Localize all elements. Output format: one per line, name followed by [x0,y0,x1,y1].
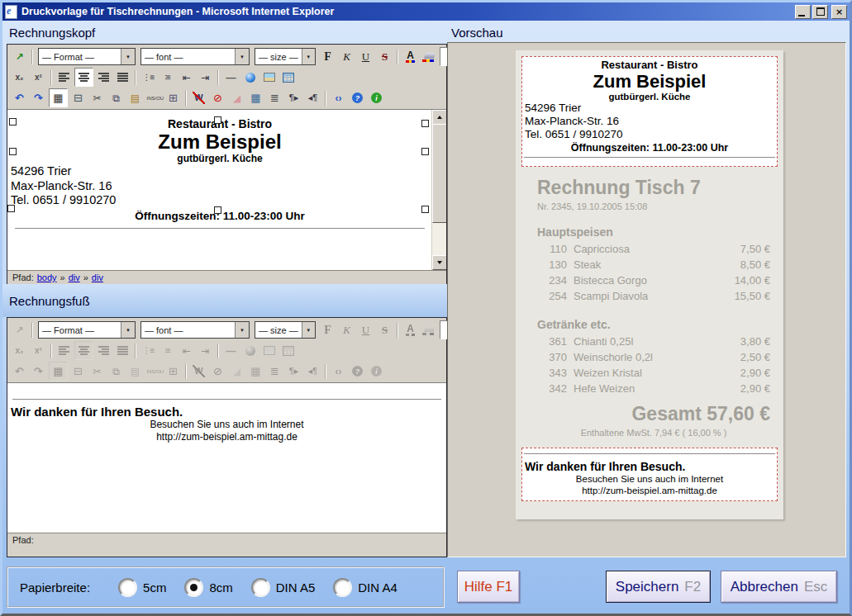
chevron-down-icon[interactable]: ▼ [121,49,135,64]
path-link-div[interactable]: div [69,272,80,282]
chevron-down-icon[interactable]: ▼ [235,322,249,338]
paragraph-ltr-icon[interactable]: ¶▸ [285,89,302,107]
subscript-icon[interactable]: x₂ [11,342,28,359]
paper-width-option-8cm[interactable]: 8cm [184,578,232,597]
cut-icon[interactable]: ✂ [88,89,106,107]
strikethrough-icon[interactable]: S [376,321,393,339]
align-center-icon[interactable] [74,341,93,360]
print-icon[interactable]: ⊟ [69,89,87,107]
paragraph-rtl-icon[interactable]: ◂¶ [304,362,321,380]
save-button[interactable]: Speichern F2 [606,571,711,603]
numbered-list-icon[interactable]: ⋮≡ [140,69,157,86]
header-edit-area[interactable]: Restaurant - Bistro Zum Beispiel gutbürg… [7,109,446,270]
minimize-button[interactable] [795,5,811,19]
cut-icon[interactable]: ✂ [88,362,106,380]
help-button[interactable]: Hilfe F1 [457,571,520,603]
align-right-icon[interactable] [95,69,112,86]
selection-handle[interactable] [9,118,17,126]
selection-handle[interactable] [9,148,17,155]
maximize-editor-icon[interactable]: ↗ [11,48,28,65]
scroll-up-icon[interactable] [432,110,446,125]
paper-width-option-din-a5[interactable]: DIN A5 [251,578,316,597]
insert-table-icon[interactable] [279,69,297,86]
row-split-icon[interactable]: ≣ [266,362,283,380]
scrollbar-thumb[interactable] [432,124,446,223]
remove-font-formatting-icon[interactable]: ⊘ [209,89,226,107]
table-edit-icon[interactable]: ▦ [247,89,264,107]
paper-width-option-5cm[interactable]: 5cm [118,578,166,597]
indent-icon[interactable]: ⇥ [197,342,214,359]
size-dropdown[interactable]: — size —▼ [255,48,316,65]
selection-handle[interactable] [421,120,429,127]
remove-word-formatting-icon[interactable]: W [190,89,207,107]
cancel-button[interactable]: Abbrechen Esc [721,571,837,603]
text-color-icon[interactable]: A [402,321,419,339]
bullet-list-icon[interactable]: ∶≡ [159,342,176,359]
undo-icon[interactable]: ↶ [11,89,28,107]
underline-icon[interactable]: U [357,321,374,339]
insert-image-icon[interactable] [260,342,278,359]
source-view-icon[interactable]: ‹› [330,89,347,107]
align-justify-icon[interactable] [114,69,131,86]
insert-overwrite-icon[interactable]: INS/OU [145,362,163,380]
show-borders-icon[interactable]: ▦ [49,88,68,107]
radio-icon[interactable] [184,578,203,597]
editor-scrollbar[interactable] [431,110,446,270]
paragraph-rtl-icon[interactable]: ◂¶ [304,89,321,107]
outdent-icon[interactable]: ⇤ [178,342,195,359]
selection-handle[interactable] [421,148,429,155]
strikethrough-icon[interactable]: S [376,48,393,65]
superscript-icon[interactable]: x² [30,342,47,359]
redo-icon[interactable]: ↷ [30,362,47,380]
title-bar[interactable]: Druckvorlage für Tischrechnungen - Micro… [2,2,850,21]
chevron-down-icon[interactable]: ▼ [235,49,249,64]
print-icon[interactable]: ⊟ [69,362,87,380]
insert-image-icon[interactable] [260,69,278,86]
source-view-icon[interactable]: ‹› [330,362,347,380]
radio-icon[interactable] [118,578,137,597]
paste-icon[interactable]: ▤ [126,362,144,380]
size-dropdown[interactable]: — size —▼ [255,321,316,339]
subscript-icon[interactable]: x₂ [11,69,28,86]
eraser-icon[interactable]: ◢ [228,89,245,107]
selection-handle[interactable] [214,116,221,124]
show-borders-icon[interactable]: ▦ [49,362,68,381]
insert-link-icon[interactable] [241,342,259,359]
footer-edit-area[interactable]: Wir danken für Ihren Besuch. Besuchen Si… [7,382,446,533]
bullet-list-icon[interactable]: ∶≡ [159,69,176,86]
radio-icon[interactable] [251,578,270,597]
selection-handle[interactable] [7,205,15,212]
chevron-down-icon[interactable]: ▼ [302,49,315,64]
insert-table-icon[interactable] [279,342,297,359]
text-color-icon[interactable]: A [402,48,419,65]
info-icon[interactable]: i [368,362,385,380]
insert-link-icon[interactable] [241,69,259,86]
paste-icon[interactable]: ▤ [126,89,144,107]
align-center-icon[interactable] [74,68,93,87]
scroll-down-icon[interactable] [432,255,446,270]
selection-handle[interactable] [421,206,429,213]
superscript-icon[interactable]: x² [30,69,47,86]
insert-overwrite-icon[interactable]: INS/OU [145,89,163,107]
copies-icon[interactable]: ⊞ [164,362,182,380]
fill-color-icon[interactable] [421,321,438,339]
align-left-icon[interactable] [55,342,73,359]
italic-icon[interactable]: K [338,48,355,65]
table-edit-icon[interactable]: ▦ [247,362,264,380]
align-right-icon[interactable] [95,342,112,359]
paragraph-ltr-icon[interactable]: ¶▸ [285,362,302,380]
info-icon[interactable]: i [368,89,385,107]
row-split-icon[interactable]: ≣ [266,89,283,107]
help-icon[interactable]: ? [349,362,366,380]
indent-icon[interactable]: ⇥ [197,69,214,86]
copies-icon[interactable]: ⊞ [164,89,182,107]
remove-font-formatting-icon[interactable]: ⊘ [209,362,226,380]
eraser-icon[interactable]: ◢ [228,362,245,380]
horizontal-rule-icon[interactable]: — [222,342,240,359]
align-justify-icon[interactable] [114,342,131,359]
undo-icon[interactable]: ↶ [11,362,28,380]
italic-icon[interactable]: K [338,321,355,339]
font-dropdown[interactable]: — font —▼ [140,48,250,65]
copy-icon[interactable]: ⧉ [107,89,125,107]
copy-icon[interactable]: ⧉ [107,362,125,380]
